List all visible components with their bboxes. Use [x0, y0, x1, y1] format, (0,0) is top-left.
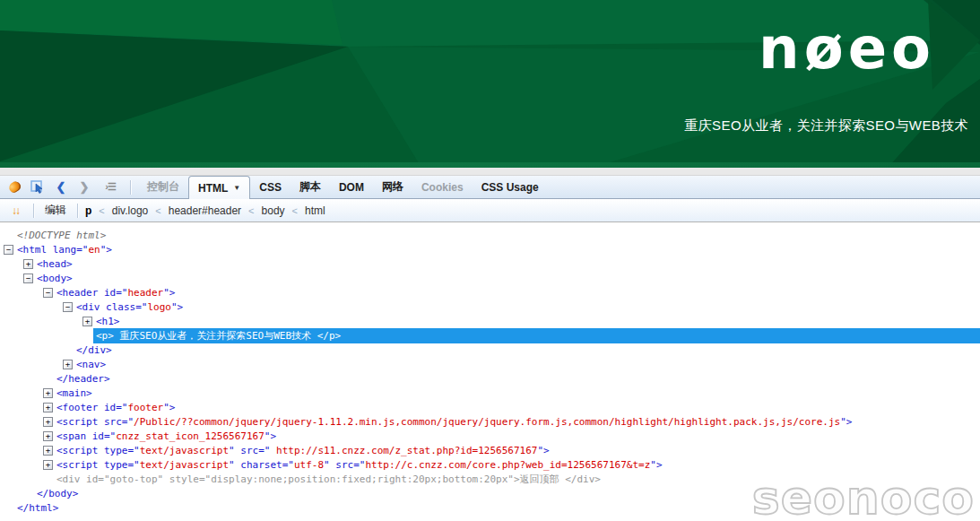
token-v: logo [147, 301, 171, 313]
tree-row[interactable]: </body> [0, 486, 980, 500]
token-v: text/javascript [140, 445, 229, 456]
tree-row-content: <p> 重庆SEO从业者，关注并探索SEO与WEB技术 </p> [93, 328, 980, 343]
tree-row[interactable]: <p> 重庆SEO从业者，关注并探索SEO与WEB技术 </p> [0, 328, 980, 343]
token-t: " src=" [324, 459, 365, 471]
tab-script[interactable]: 脚本 [291, 176, 330, 198]
expand-icon[interactable]: + [63, 360, 73, 369]
tab-console[interactable]: 控制台 [138, 176, 188, 198]
token-t: <h1> [96, 316, 120, 327]
tab-label: 网络 [382, 179, 403, 195]
token-t: " charset=" [229, 459, 294, 471]
token-v: text/javascript [140, 459, 229, 471]
tree-row-content: <div id="goto-top" style="display:none;p… [56, 473, 601, 486]
token-t: <p> [96, 330, 114, 342]
inspect-element-icon[interactable] [29, 178, 47, 196]
tree-row[interactable]: +<main> [0, 386, 980, 400]
tab-css[interactable]: CSS [250, 176, 291, 198]
back-icon[interactable]: ❮ [52, 178, 70, 196]
tree-row[interactable]: +<script type="text/javascript" charset=… [0, 457, 980, 472]
tree-row[interactable]: +<script src="/Public/??common/jquery/jq… [0, 414, 980, 429]
devtools-breadcrumb-bar: ↓↓ 编辑 p<div.logo<header#header<body<html [0, 199, 980, 222]
crumb-separator: < [292, 205, 298, 216]
tree-row[interactable]: −<header id="header"> [0, 285, 980, 300]
expand-icon[interactable]: + [43, 417, 53, 427]
expand-icon[interactable]: + [43, 431, 53, 441]
token-t: </body> [37, 488, 78, 499]
tree-row[interactable]: −<div class="logo"> [0, 300, 980, 314]
token-t: "> [537, 445, 549, 456]
crumb-p[interactable]: p [83, 204, 93, 217]
token-d: <!DOCTYPE html> [17, 230, 106, 241]
break-on-mutate-icon[interactable]: ↓↓ [5, 202, 25, 220]
tree-row[interactable]: <div id="goto-top" style="display:none;p… [0, 472, 980, 486]
tree-row[interactable]: −<html lang="en"> [0, 242, 980, 256]
tab-cookies[interactable]: Cookies [412, 176, 473, 198]
tree-row[interactable]: +<h1> [0, 314, 980, 328]
token-v: http://s11.cnzz.com/z_stat.php?id=125656… [270, 445, 537, 456]
collapse-icon[interactable]: − [4, 245, 13, 255]
tree-row[interactable]: <!DOCTYPE html> [0, 228, 980, 242]
expand-icon[interactable]: + [43, 403, 53, 412]
html-tree: <!DOCTYPE html>−<html lang="en">+<head>−… [0, 222, 980, 515]
tree-row[interactable]: </html> [0, 500, 980, 515]
crumb-header[interactable]: header#header [167, 204, 243, 217]
tree-row-content: <script type="text/javascript" src=" htt… [56, 445, 550, 456]
crumb-body[interactable]: body [260, 204, 287, 217]
screenshot-root: nøeo 重庆SEO从业者，关注并探索SEO与WEB技术 ❮ ❯ ›☰ 控制台H… [0, 0, 980, 521]
devtools-tabbar: ❮ ❯ ›☰ 控制台HTML▼CSS脚本DOM网络CookiesCSS Usag… [0, 176, 980, 199]
crumb-separator: < [99, 205, 104, 216]
collapse-icon[interactable]: − [23, 274, 33, 283]
tree-row-content: </div> [76, 344, 112, 356]
tab-dom[interactable]: DOM [330, 176, 373, 198]
token-v: utf-8 [294, 459, 324, 471]
token-v: cnzz_stat_icon_1256567167 [116, 430, 265, 442]
toolbar-icons: ❮ ❯ ›☰ [3, 176, 136, 198]
tab-label: DOM [339, 181, 364, 194]
site-logo[interactable]: nøeo [759, 20, 935, 77]
tree-row-content: </html> [17, 502, 58, 514]
tree-row[interactable]: +<script type="text/javascript" src=" ht… [0, 443, 980, 457]
divider [130, 180, 131, 195]
token-t: "> [163, 402, 175, 413]
tab-network[interactable]: 网络 [373, 176, 412, 198]
quick-info-icon[interactable]: ›☰ [99, 178, 122, 196]
collapse-icon[interactable]: − [63, 302, 73, 312]
tree-row[interactable]: +<span id="cnzz_stat_icon_1256567167"> [0, 429, 980, 443]
token-v: header [127, 287, 163, 299]
tree-row[interactable]: +<footer id="footer"> [0, 400, 980, 414]
crumb-html[interactable]: html [303, 204, 327, 217]
tree-row[interactable]: </header> [0, 371, 980, 386]
token-v: display:none;position:fixed;right:20px;b… [211, 473, 507, 485]
tree-row-content: </header> [56, 373, 110, 385]
token-v: footer [127, 402, 163, 413]
tree-row-content: <footer id="footer"> [56, 402, 175, 413]
crumb-div-logo[interactable]: div.logo [110, 204, 150, 217]
dropdown-caret-icon[interactable]: ▼ [233, 184, 240, 192]
tab-label: CSS [259, 181, 282, 194]
expand-icon[interactable]: + [43, 460, 53, 470]
tab-css-usage[interactable]: CSS Usage [473, 176, 548, 198]
token-t: " style=" [158, 473, 212, 485]
tree-row-content: <h1> [96, 316, 120, 327]
tree-row[interactable]: </div> [0, 343, 980, 357]
token-v: http://c.cnzz.com/core.php?web_id=125656… [365, 459, 650, 471]
tab-html[interactable]: HTML▼ [188, 176, 250, 199]
firebug-icon[interactable] [5, 178, 23, 196]
token-t: <html lang=" [17, 244, 88, 256]
token-t: "> [265, 430, 276, 442]
token-v: en [88, 244, 100, 256]
expand-icon[interactable]: + [82, 317, 92, 326]
token-t: <body> [37, 273, 73, 284]
tree-row-content: <head> [37, 258, 73, 270]
tree-row-content: <html lang="en"> [17, 244, 112, 256]
tree-row[interactable]: +<head> [0, 256, 980, 271]
tree-row[interactable]: +<nav> [0, 357, 980, 371]
forward-icon[interactable]: ❯ [75, 178, 93, 196]
tree-row-content: <main> [56, 387, 92, 399]
edit-button[interactable]: 编辑 [39, 203, 72, 218]
expand-icon[interactable]: + [23, 259, 33, 269]
expand-icon[interactable]: + [43, 388, 53, 398]
expand-icon[interactable]: + [43, 446, 53, 456]
tree-row[interactable]: −<body> [0, 271, 980, 285]
collapse-icon[interactable]: − [43, 288, 53, 298]
